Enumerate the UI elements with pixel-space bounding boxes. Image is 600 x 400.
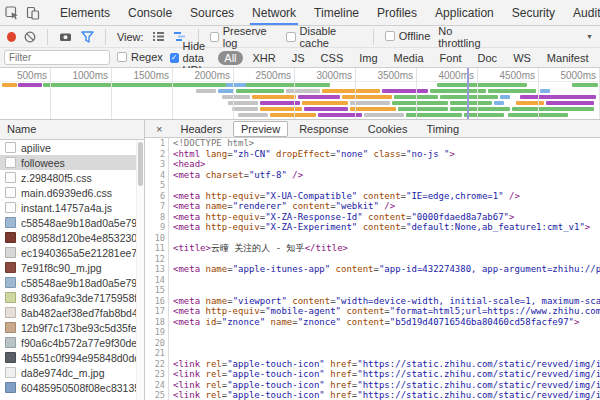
filter-type-ws[interactable]: WS [507, 51, 537, 65]
request-row[interactable]: ec1940365a5e21281ee71856… [0, 245, 144, 260]
detail-tab-timing[interactable]: Timing [418, 121, 467, 137]
detail-tab-cookies[interactable]: Cookies [360, 121, 416, 137]
request-row[interactable]: f90a6c4b572a77e9f30de153… [0, 335, 144, 350]
filter-funnel-icon[interactable] [81, 31, 94, 43]
preserve-log-checkbox[interactable]: Preserve log [210, 25, 279, 49]
waterfall-bar [350, 101, 390, 105]
waterfall-bar [342, 95, 392, 99]
timeline-tick-label: 1000ms [48, 70, 108, 81]
tab-audits[interactable]: Audits [564, 0, 600, 25]
request-row[interactable]: main.d6939ed6.css [0, 185, 144, 200]
filter-type-manifest[interactable]: Manifest [541, 51, 595, 65]
code-line: 5 [145, 180, 600, 191]
code-text [169, 338, 600, 349]
request-list-scrollbar[interactable] [136, 140, 144, 400]
code-line: 18<meta id="znonce" name="znonce" conten… [145, 317, 600, 328]
filter-type-xhr[interactable]: XHR [247, 51, 282, 65]
screenshot-capture-icon[interactable] [59, 31, 73, 43]
line-number: 8 [145, 212, 169, 223]
close-icon[interactable]: × [149, 123, 169, 135]
waterfall-bar [572, 83, 598, 87]
filter-type-img[interactable]: Img [353, 51, 383, 65]
regex-checkbox[interactable]: Regex [117, 51, 163, 63]
request-row[interactable]: apilive [0, 140, 144, 155]
request-row[interactable]: c08958d120be4e853230649… [0, 230, 144, 245]
waterfall-bar [270, 113, 316, 117]
disable-cache-checkbox[interactable]: Disable cache [286, 25, 361, 49]
filter-type-js[interactable]: JS [286, 51, 311, 65]
filter-type-css[interactable]: CSS [315, 51, 350, 65]
line-number: 22 [145, 359, 169, 370]
request-row[interactable]: followees [0, 155, 144, 170]
request-row[interactable]: 7e91f8c90_m.jpg [0, 260, 144, 275]
filter-input[interactable] [4, 50, 110, 65]
code-line: 1<!DOCTYPE html> [145, 138, 600, 149]
request-row[interactable]: 4b551c0f994e95848d0dda09… [0, 350, 144, 365]
request-row[interactable]: 8ab482aef38ed7fab8bd4314… [0, 305, 144, 320]
request-row[interactable]: 60485950508f08ec8313572f0e7… [0, 380, 144, 395]
line-number: 2 [145, 149, 169, 160]
view-list-icon[interactable] [152, 31, 165, 42]
timeline-tick-label: 5000ms [536, 70, 596, 81]
detail-tab-response[interactable]: Response [291, 121, 357, 137]
clear-icon[interactable] [24, 31, 36, 43]
timeline-tick-label: 2000ms [170, 70, 230, 81]
code-line: 24<link rel="apple-touch-icon" href="htt… [145, 380, 600, 391]
request-row[interactable]: da8e974dc_m.jpg [0, 365, 144, 380]
tab-elements[interactable]: Elements [51, 0, 119, 25]
line-number: 6 [145, 191, 169, 202]
tab-application[interactable]: Application [426, 0, 503, 25]
name-column-header[interactable]: Name [0, 120, 144, 140]
request-row[interactable]: c58548ae9b18ad0a5e79fe4e… [0, 215, 144, 230]
filter-type-doc[interactable]: Doc [472, 51, 504, 65]
tab-timeline[interactable]: Timeline [305, 0, 368, 25]
filter-type-media[interactable]: Media [388, 51, 430, 65]
filter-type-font[interactable]: Font [434, 51, 468, 65]
request-row[interactable]: c58548ae9b18ad0a5e79fe4e… [0, 275, 144, 290]
request-row[interactable]: instant.14757a4a.js [0, 200, 144, 215]
document-icon [5, 142, 16, 153]
inspect-element-icon[interactable] [5, 6, 19, 20]
network-overview[interactable]: 500ms1000ms1500ms2000ms2500ms3000ms3500m… [0, 68, 600, 120]
tab-network[interactable]: Network [243, 0, 305, 25]
line-number: 17 [145, 306, 169, 317]
code-text: <meta http-equiv="X-ZA-Experiment" conte… [169, 222, 600, 233]
tab-console[interactable]: Console [119, 0, 181, 25]
network-filter-bar: Regex ✓Hide data URLs AllXHRJSCSSImgMedi… [0, 48, 600, 68]
devtools-window: ElementsConsoleSourcesNetworkTimelinePro… [0, 0, 600, 400]
throttling-dropdown[interactable]: No throttling ▼ [438, 25, 593, 49]
waterfall-bar [398, 107, 448, 111]
detail-tab-headers[interactable]: Headers [172, 121, 230, 137]
network-main: Name apilivefolloweesz.298480f5.cssmain.… [0, 120, 600, 400]
code-text: <!DOCTYPE html> [169, 138, 600, 149]
request-row[interactable]: 8d936afa9c3de7175958fae5… [0, 290, 144, 305]
toolbar-separator [105, 29, 106, 45]
tab-security[interactable]: Security [503, 0, 564, 25]
code-text: <head> [169, 159, 600, 170]
record-icon[interactable] [7, 32, 16, 42]
code-text [169, 254, 600, 265]
request-row[interactable]: z.298480f5.css [0, 170, 144, 185]
timeline-tick-label: 1500ms [109, 70, 169, 81]
waterfall-bar [516, 101, 544, 105]
request-rows: apilivefolloweesz.298480f5.cssmain.d6939… [0, 140, 144, 400]
detail-tab-preview[interactable]: Preview [233, 121, 288, 137]
image-icon [5, 352, 16, 363]
filter-type-all[interactable]: All [218, 51, 242, 65]
line-number: 13 [145, 264, 169, 275]
code-text: <meta id="znonce" name="znonce" content=… [169, 317, 600, 328]
tab-profiles[interactable]: Profiles [368, 0, 426, 25]
tab-sources[interactable]: Sources [181, 0, 243, 25]
line-number: 7 [145, 201, 169, 212]
image-icon [5, 337, 16, 348]
waterfall-bar [196, 89, 216, 93]
scrollbar-thumb[interactable] [138, 142, 143, 186]
code-text [169, 285, 600, 296]
offline-checkbox[interactable]: Offline [385, 30, 431, 42]
device-toolbar-icon[interactable] [26, 6, 40, 20]
waterfall-bar [406, 113, 462, 117]
resource-type-filters: AllXHRJSCSSImgMediaFontDocWSManifestOthe… [218, 51, 600, 65]
waterfall-bar [218, 89, 234, 93]
request-row[interactable]: 12b9f7c173be93c5d35fea2d… [0, 320, 144, 335]
request-name: 8d936afa9c3de7175958fae5… [21, 292, 144, 304]
